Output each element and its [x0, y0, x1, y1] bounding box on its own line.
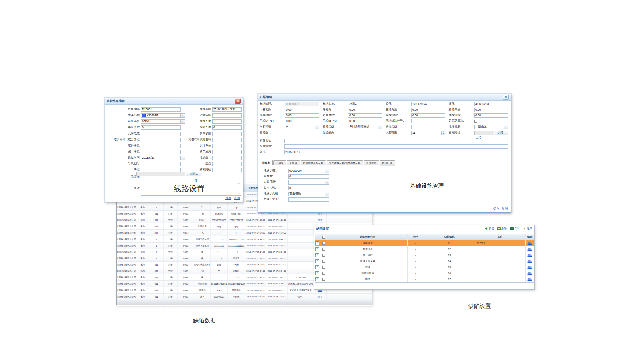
- line-dialog-titlebar[interactable]: 巡检线路编辑 ✕: [105, 98, 243, 105]
- repair-hint-input[interactable]: [284, 144, 508, 149]
- edit-link[interactable]: 编辑: [528, 278, 532, 281]
- tower-code-input[interactable]: 0000000A: [285, 102, 319, 106]
- cancel-button[interactable]: 取消: [234, 196, 240, 200]
- insulator-no-input[interactable]: 00000004⌄: [288, 169, 329, 173]
- is-double-circuit-checkbox[interactable]: [474, 120, 477, 123]
- spinner-arrows-icon[interactable]: ▲▼: [441, 131, 445, 135]
- insulator-model-input[interactable]: [288, 197, 329, 202]
- mileage-ab-input[interactable]: 0.00: [285, 119, 319, 123]
- scroll-down-icon[interactable]: ˅: [238, 193, 239, 195]
- asset-owner-input[interactable]: [212, 150, 241, 154]
- groundwire-splice-input[interactable]: 0.00: [474, 113, 508, 118]
- dropdown-arrow-icon[interactable]: ⌄: [378, 125, 382, 129]
- dropdown-arrow-icon[interactable]: ⌄: [325, 180, 329, 184]
- row-checkbox[interactable]: [322, 248, 325, 251]
- export-button[interactable]: X导出: [510, 227, 520, 230]
- expand-icon[interactable]: +: [315, 271, 319, 275]
- edit-link[interactable]: 编辑: [528, 248, 532, 251]
- start-point-input[interactable]: [212, 162, 241, 166]
- data-path-input[interactable]: [212, 168, 241, 172]
- one-way-length-input[interactable]: 0: [141, 125, 181, 130]
- edit-link[interactable]: 编辑: [528, 254, 532, 257]
- address-input[interactable]: [284, 139, 508, 143]
- select-all-checkbox[interactable]: [322, 236, 325, 239]
- line-length-input[interactable]: [212, 119, 241, 124]
- tower-name-input[interactable]: 杆塔1: [348, 102, 382, 106]
- same-tower-line-name-input[interactable]: [212, 138, 241, 142]
- conductor-model-input[interactable]: [141, 162, 181, 166]
- maintain-segment-input[interactable]: [141, 138, 181, 142]
- install-date-input[interactable]: ⌄: [288, 180, 329, 185]
- tower-height-input[interactable]: 0.00: [474, 108, 508, 112]
- edit-link[interactable]: 编辑: [528, 260, 532, 263]
- insulator-category-input[interactable]: 普通瓷瓶⌄: [288, 192, 329, 196]
- dropdown-arrow-icon[interactable]: ⌄: [325, 192, 329, 196]
- maintain-unit-input[interactable]: [141, 144, 181, 148]
- edit-link[interactable]: 编辑: [528, 242, 532, 245]
- pieces-per-string-input[interactable]: 0: [288, 186, 329, 190]
- line-name-input[interactable]: 汶川220kV开关站: [212, 107, 241, 112]
- expand-icon[interactable]: +: [315, 247, 319, 251]
- lower-span-input[interactable]: 0.00: [285, 108, 319, 112]
- defect-settings-title[interactable]: 缺陷设置: [316, 227, 329, 231]
- view-link[interactable]: 查看: [318, 295, 322, 298]
- allowed-current-input[interactable]: [141, 132, 181, 136]
- construct-unit-input[interactable]: [141, 150, 181, 154]
- scroll-up-icon[interactable]: ˄: [238, 182, 239, 184]
- save-button[interactable]: 保存: [225, 196, 231, 200]
- latitude-input[interactable]: 41.695293: [474, 102, 508, 106]
- pollution-level-input[interactable]: [212, 113, 241, 118]
- end-point-input[interactable]: [141, 168, 181, 172]
- dropdown-arrow-icon[interactable]: ⌄: [504, 125, 508, 129]
- error-range-input[interactable]: 15▲▼: [411, 131, 445, 135]
- expand-icon[interactable]: +: [315, 253, 319, 257]
- conductor-splice-input[interactable]: 0.00: [411, 113, 445, 118]
- represent-span-input[interactable]: 0.00: [285, 113, 319, 118]
- remark-textarea[interactable]: 线路设置 ˄˅: [141, 182, 241, 196]
- nominal-height-input[interactable]: 0.00: [348, 108, 382, 112]
- expand-icon[interactable]: +: [315, 277, 319, 281]
- cancel-button[interactable]: 取消: [502, 207, 508, 211]
- tower-dialog-titlebar[interactable]: 杆塔编辑 ✕: [258, 94, 511, 101]
- tower-type-input[interactable]: 单回角钢塔直线⌄: [348, 125, 382, 129]
- turn-angle-input[interactable]: 0.00: [348, 113, 382, 118]
- row-checkbox[interactable]: [322, 260, 325, 263]
- row-checkbox[interactable]: [322, 242, 325, 245]
- same-tower-pole-no-input[interactable]: [411, 119, 445, 123]
- terrain-input[interactable]: 一般山区⌄: [474, 125, 508, 129]
- expand-icon[interactable]: +: [315, 265, 319, 269]
- save-button[interactable]: 保存: [493, 207, 499, 211]
- close-icon[interactable]: ✕: [503, 95, 509, 100]
- row-checkbox[interactable]: [322, 266, 325, 269]
- diagram-browse-button[interactable]: 浏览...: [186, 172, 201, 176]
- groundwire-model-input[interactable]: [212, 156, 241, 160]
- power-limit-input[interactable]: [212, 132, 241, 136]
- textarea-scrollbar[interactable]: ˄˅: [237, 182, 241, 195]
- close-icon[interactable]: ✕: [235, 99, 241, 104]
- dropdown-arrow-icon[interactable]: ⌄: [315, 125, 319, 129]
- line-code-input[interactable]: D10001: [141, 107, 181, 112]
- pollution-level-input[interactable]: V⌄: [285, 125, 319, 129]
- view-link[interactable]: 查看: [318, 219, 322, 222]
- edit-link[interactable]: 编辑: [528, 272, 532, 275]
- tab-6[interactable]: 特殊区域: [380, 160, 395, 166]
- row-checkbox[interactable]: [322, 254, 325, 257]
- expand-icon[interactable]: +: [315, 259, 319, 263]
- mileage-ba-input[interactable]: 0.00: [348, 119, 382, 123]
- edit-link[interactable]: 编辑: [528, 266, 532, 269]
- two-way-length-input[interactable]: 0: [212, 125, 241, 130]
- string-count-input[interactable]: 0: [288, 174, 329, 179]
- add-button[interactable]: +新增: [485, 227, 494, 230]
- picture-browse-button[interactable]: 浏览...: [495, 131, 508, 135]
- cable-joint-input[interactable]: [348, 131, 382, 135]
- diagram-file-input[interactable]: [136, 172, 185, 176]
- row-checkbox[interactable]: [322, 272, 325, 275]
- remark-input[interactable]: 2015-06-17: [284, 150, 508, 154]
- base-height-input[interactable]: 0.00: [411, 108, 445, 112]
- picture-path-file-input[interactable]: [474, 131, 494, 135]
- design-unit-input[interactable]: [212, 144, 241, 148]
- ground-type-input[interactable]: [411, 125, 445, 129]
- delete-button[interactable]: −删除: [497, 227, 507, 230]
- back-button[interactable]: ↑返回: [523, 227, 532, 230]
- expand-icon[interactable]: +: [315, 241, 319, 245]
